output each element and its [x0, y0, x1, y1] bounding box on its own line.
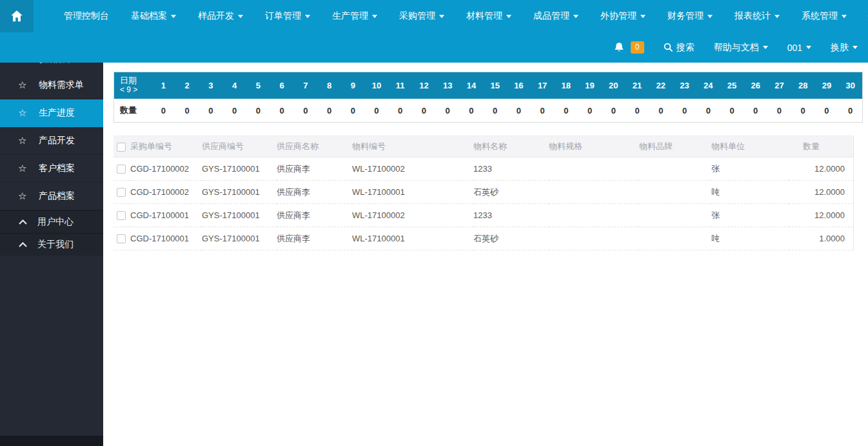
sidebar-item-label: 产品档案 — [39, 190, 75, 202]
favorites-section-header[interactable]: 收藏菜单 — [0, 63, 103, 72]
row-checkbox[interactable] — [117, 234, 126, 243]
date-label: 日期 — [120, 76, 152, 86]
chevron-down-icon — [171, 15, 176, 18]
column-header-物料单位: 物料单位 — [711, 136, 789, 157]
sidebar-item-产品档案[interactable]: ☆产品档案 — [0, 183, 103, 210]
chevron-down-icon — [305, 15, 310, 18]
home-button[interactable] — [0, 0, 34, 32]
column-header-数量: 数量 — [789, 136, 853, 157]
day-column-header: 18 — [554, 81, 578, 90]
sidebar-item-物料需求单[interactable]: ☆物料需求单 — [0, 72, 103, 99]
top-header: 管理控制台基础档案样品开发订单管理生产管理采购管理材料管理成品管理外协管理财务管… — [0, 0, 868, 63]
sidebar-item-客户档案[interactable]: ☆客户档案 — [0, 155, 103, 183]
cell — [549, 204, 639, 227]
utility-bar: 0 搜索 帮助与文档 001 换肤 — [0, 32, 868, 63]
row-checkbox-cell — [113, 204, 130, 227]
sidebar-section-用户中心[interactable]: 用户中心 — [0, 210, 103, 233]
row-checkbox[interactable] — [117, 211, 126, 220]
sidebar-section-关于我们[interactable]: 关于我们 — [0, 233, 103, 256]
user-label: 001 — [787, 43, 802, 53]
day-quantity-value: 0 — [673, 106, 696, 116]
nav-menu: 管理控制台基础档案样品开发订单管理生产管理采购管理材料管理成品管理外协管理财务管… — [53, 0, 858, 32]
search-label: 搜索 — [676, 42, 695, 54]
main-content: 日期 < 9 > 1234567891011121314151617181920… — [103, 63, 868, 446]
day-quantity-value: 0 — [838, 106, 862, 116]
favorites-header-label: 收藏菜单 — [37, 63, 74, 65]
day-quantity-value: 0 — [436, 106, 460, 116]
nav-item-订单管理[interactable]: 订单管理 — [254, 0, 321, 32]
nav-item-报表统计[interactable]: 报表统计 — [724, 0, 791, 32]
search-button[interactable]: 搜索 — [664, 42, 695, 54]
day-column-header: 21 — [626, 81, 649, 90]
sidebar-item-label: 客户档案 — [39, 163, 75, 174]
cell — [549, 227, 639, 250]
cell: GYS-17100001 — [202, 181, 277, 204]
cell — [639, 181, 711, 204]
column-header-物料名称: 物料名称 — [473, 136, 549, 157]
cell: 张 — [711, 204, 789, 227]
nav-item-基础档案[interactable]: 基础档案 — [120, 0, 187, 32]
nav-item-管理控制台[interactable]: 管理控制台 — [53, 0, 120, 32]
day-column-header: 20 — [602, 81, 626, 90]
day-quantity-value: 0 — [767, 106, 791, 116]
date-schedule-table: 日期 < 9 > 1234567891011121314151617181920… — [113, 72, 863, 123]
star-icon: ☆ — [18, 135, 30, 147]
nav-item-生产管理[interactable]: 生产管理 — [321, 0, 388, 32]
day-column-header: 24 — [696, 81, 720, 90]
cell: 12.0000 — [789, 181, 853, 204]
sidebar-item-label: 物料需求单 — [39, 79, 84, 91]
nav-collapse-toggle[interactable] — [858, 0, 868, 32]
user-menu[interactable]: 001 — [787, 43, 811, 53]
day-quantity-value: 0 — [293, 106, 317, 116]
skin-menu[interactable]: 换肤 — [831, 42, 858, 54]
sidebar-item-产品开发[interactable]: ☆产品开发 — [0, 127, 103, 155]
day-column-header: 23 — [673, 81, 696, 90]
cell — [549, 181, 639, 204]
chevron-down-icon — [640, 15, 646, 18]
day-column-header: 22 — [649, 81, 673, 90]
cell: 12.0000 — [789, 204, 853, 227]
day-quantity-value: 0 — [460, 106, 484, 116]
nav-item-label: 财务管理 — [667, 10, 704, 22]
day-column-header: 17 — [531, 81, 555, 90]
nav-item-系统管理[interactable]: 系统管理 — [791, 0, 858, 32]
chevron-down-icon — [238, 15, 243, 18]
table-row: CGD-17100001GYS-17100001供应商李WL-171000021… — [113, 204, 853, 227]
skin-label: 换肤 — [831, 42, 849, 54]
day-column-header: 10 — [365, 81, 389, 90]
day-quantity-value: 0 — [554, 106, 578, 116]
star-icon: ☆ — [18, 190, 30, 202]
sidebar-item-label: 生产进度 — [39, 107, 75, 119]
nav-item-采购管理[interactable]: 采购管理 — [388, 0, 455, 32]
table-row: CGD-17100002GYS-17100001供应商李WL-17100001石… — [113, 181, 853, 204]
row-checkbox[interactable] — [117, 188, 126, 197]
nav-item-财务管理[interactable]: 财务管理 — [656, 0, 724, 32]
cell: GYS-17100001 — [202, 157, 277, 181]
sidebar-item-生产进度[interactable]: ☆生产进度 — [0, 99, 103, 127]
day-column-header: 13 — [436, 81, 460, 90]
select-all-checkbox[interactable] — [117, 143, 126, 152]
day-quantity-value: 0 — [791, 106, 815, 116]
nav-item-样品开发[interactable]: 样品开发 — [187, 0, 254, 32]
sidebar: 收藏菜单 ☆物料需求单☆生产进度☆产品开发☆客户档案☆产品档案 用户中心关于我们 — [0, 63, 103, 446]
column-header-物料编号: 物料编号 — [352, 136, 473, 157]
nav-item-外协管理[interactable]: 外协管理 — [589, 0, 656, 32]
help-docs-menu[interactable]: 帮助与文档 — [714, 42, 768, 54]
day-column-header: 19 — [578, 81, 602, 90]
day-column-header: 30 — [838, 81, 862, 90]
chevron-up-icon — [19, 242, 27, 247]
row-checkbox[interactable] — [117, 165, 126, 174]
cell: 石英砂 — [473, 227, 549, 250]
star-icon: ☆ — [18, 107, 30, 119]
cell: WL-17100001 — [352, 181, 473, 204]
date-pager-cell[interactable]: 日期 < 9 > — [114, 76, 152, 95]
nav-item-成品管理[interactable]: 成品管理 — [522, 0, 589, 32]
cell: 1233 — [473, 157, 549, 181]
home-icon — [10, 9, 24, 23]
month-pager[interactable]: < 9 > — [120, 86, 152, 95]
notifications-button[interactable]: 0 — [614, 41, 644, 54]
nav-item-材料管理[interactable]: 材料管理 — [455, 0, 522, 32]
column-header-供应商名称: 供应商名称 — [277, 136, 352, 157]
chevron-down-icon — [372, 15, 377, 18]
sidebar-bottom-strip — [0, 436, 103, 446]
